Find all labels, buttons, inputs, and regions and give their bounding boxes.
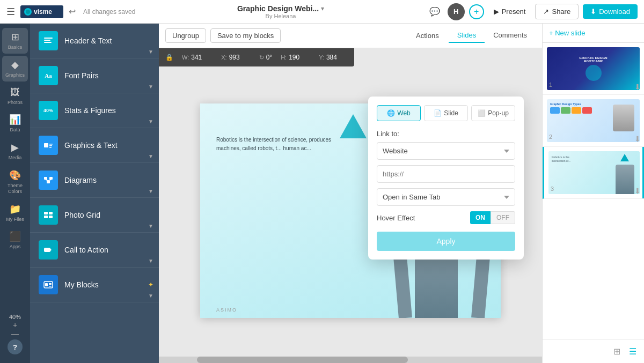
my-blocks-chevron-icon: ▼ [148, 293, 153, 299]
svg-marker-20 [50, 248, 52, 251]
svg-rect-16 [49, 212, 53, 214]
sidebar-item-apps[interactable]: ⬛ Apps [2, 227, 28, 253]
slide-tab-label: Slide [444, 109, 458, 117]
save-to-blocks-button[interactable]: Save to my blocks [210, 28, 281, 43]
basics-icon: ⊞ [11, 31, 19, 43]
sidebar-item-graphics[interactable]: ◆ Graphics [2, 56, 28, 82]
panel-item-call-to-action[interactable]: Call to Action ▼ [30, 233, 159, 268]
panel-item-my-blocks[interactable]: My Blocks ✦ ▼ [30, 268, 159, 302]
slide-number-1: 1 [549, 82, 552, 88]
link-tab-web[interactable]: 🌐 Web [377, 105, 421, 121]
sidebar-item-media[interactable]: ▶ Media [2, 138, 28, 164]
ungroup-button[interactable]: Ungroup [165, 28, 206, 43]
angle-icon: ↻ [259, 54, 264, 61]
toggle-on-button[interactable]: ON [470, 211, 491, 224]
svg-point-1 [26, 10, 30, 14]
graphics-text-label: Graphics & Text [64, 141, 118, 150]
height-label: H: [281, 54, 287, 61]
web-tab-label: Web [397, 109, 410, 117]
scrollbar-thumb[interactable] [197, 357, 408, 363]
link-tab-popup[interactable]: ⬜ Pop-up [471, 105, 515, 121]
open-in-select[interactable]: Open in Same Tab [377, 188, 515, 206]
present-label: Present [502, 8, 526, 16]
grid-view-button[interactable]: ⊞ [610, 344, 624, 359]
canvas-scroll[interactable]: Robotics is the intersection of science,… [159, 48, 542, 357]
media-label: Media [9, 155, 22, 161]
actions-label: Actions [416, 32, 439, 40]
slide-text: Robotics is the intersection of science,… [216, 136, 356, 153]
panel-item-stats-figures[interactable]: 40% Stats & Figures ▼ [30, 93, 159, 128]
tab-comments[interactable]: Comments [485, 28, 536, 43]
svg-rect-23 [49, 283, 52, 285]
slide-export-icon-2[interactable]: ⬇ [634, 135, 641, 143]
tab-slides[interactable]: Slides [449, 28, 485, 43]
canvas-tabs: Slides Comments [449, 28, 536, 43]
svg-rect-10 [44, 177, 47, 180]
svg-line-14 [48, 180, 51, 181]
link-to-select[interactable]: Website [377, 142, 515, 160]
slide-thumbnail-1[interactable]: GRAPHIC DESIGNBOOTCAMP 1 ⬇ [543, 43, 644, 95]
theme-colors-label: Theme Colors [4, 183, 26, 195]
comments-icon[interactable]: 💬 [426, 3, 443, 20]
add-collaborator-button[interactable]: + [469, 4, 484, 19]
zoom-plus-button[interactable]: + [13, 321, 17, 329]
panel-item-graphics-text[interactable]: Graphics & Text ▼ [30, 128, 159, 163]
menu-icon[interactable]: ☰ [6, 6, 15, 18]
document-author: By Heleana [266, 13, 296, 19]
width-value[interactable]: 341 [191, 54, 213, 61]
zoom-level: 40% [9, 314, 21, 320]
svg-rect-9 [49, 147, 52, 148]
topbar: ☰ visme ↩ All changes saved Graphic Desi… [0, 0, 644, 24]
list-view-button[interactable]: ☰ [626, 344, 640, 359]
panel-item-photo-grid[interactable]: Photo Grid ▼ [30, 198, 159, 233]
graphics-label: Graphics [5, 72, 25, 78]
url-input[interactable] [377, 165, 515, 183]
slide-number-3: 3 [551, 186, 554, 192]
width-field: W: 341 [182, 54, 213, 61]
width-label: W: [182, 54, 189, 61]
y-label: Y: [319, 54, 324, 61]
apply-button[interactable]: Apply [377, 232, 515, 251]
height-value[interactable]: 190 [289, 54, 310, 61]
graphics-text-chevron-icon: ▼ [148, 153, 153, 159]
document-title[interactable]: Graphic Design Webi... [237, 4, 319, 13]
toggle-off-button[interactable]: OFF [491, 211, 515, 224]
angle-value[interactable]: 0° [266, 54, 272, 61]
download-button[interactable]: ⬇ Download [583, 4, 638, 19]
slide-thumbnail-3[interactable]: Robotics is theintersection of... 3 ⬇ [543, 147, 644, 199]
sidebar-item-photos[interactable]: 🖼 Photos [2, 84, 28, 109]
panel-item-diagrams[interactable]: Diagrams ▼ [30, 163, 159, 198]
horizontal-scrollbar[interactable] [159, 357, 542, 363]
sidebar-item-data[interactable]: 📊 Data [2, 110, 28, 136]
avatar[interactable]: H [448, 3, 465, 20]
undo-button[interactable]: ↩ [69, 6, 76, 17]
slide-thumbnail-2[interactable]: Graphic Design Types 2 ⬇ [543, 95, 644, 147]
panel-item-font-pairs[interactable]: Aa Font Pairs ▼ [30, 58, 159, 93]
panel-item-header-text[interactable]: Header & Text ▼ [30, 24, 159, 58]
title-chevron-icon[interactable]: ▾ [321, 5, 324, 12]
header-text-chevron-icon: ▼ [148, 49, 153, 55]
help-button[interactable]: ? [8, 339, 23, 354]
new-slide-button[interactable]: + New slide [549, 29, 586, 37]
my-blocks-star-icon: ✦ [148, 281, 153, 288]
x-value[interactable]: 993 [229, 54, 251, 61]
slide-export-icon-3[interactable]: ⬇ [634, 187, 641, 195]
sidebar-item-my-files[interactable]: 📁 My Files [2, 200, 28, 226]
svg-rect-22 [45, 283, 48, 286]
y-value[interactable]: 384 [326, 54, 348, 61]
link-tab-slide[interactable]: 📄 Slide [424, 105, 468, 121]
zoom-minus-button[interactable]: — [11, 330, 19, 337]
sidebar-item-theme-colors[interactable]: 🎨 Theme Colors [2, 166, 28, 198]
slide-export-icon-1[interactable]: ⬇ [634, 83, 641, 91]
download-icon: ⬇ [590, 8, 596, 16]
autosave-status: All changes saved [83, 8, 135, 16]
svg-rect-18 [49, 216, 53, 218]
right-panel-header: + New slide [543, 24, 644, 43]
share-button[interactable]: ↗ Share [535, 4, 579, 19]
present-button[interactable]: ▶ Present [488, 4, 531, 19]
sidebar-item-basics[interactable]: ⊞ Basics [2, 28, 28, 54]
present-play-icon: ▶ [494, 8, 499, 16]
share-icon: ↗ [543, 8, 549, 16]
svg-line-13 [46, 180, 48, 181]
height-field: H: 190 [281, 54, 310, 61]
